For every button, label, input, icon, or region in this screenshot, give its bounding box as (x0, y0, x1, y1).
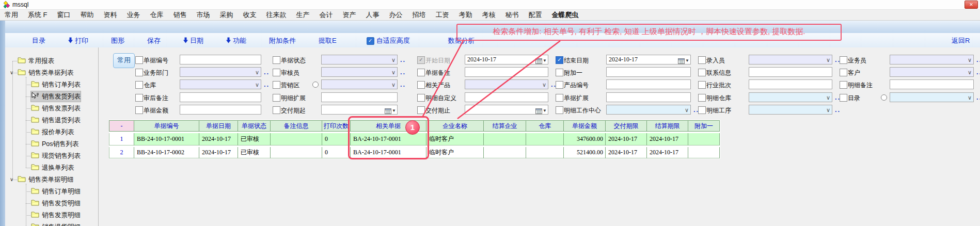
autofit-toggle[interactable]: ✓自适应高度 (367, 36, 410, 45)
lookup-dots-明细工序[interactable]: .. (835, 106, 841, 114)
table-cell[interactable]: 2024-10-17 (199, 133, 238, 146)
sidebar-item-报价单列表[interactable]: 报价单列表 (31, 127, 74, 137)
table-header-rownum[interactable]: - (109, 120, 134, 132)
sidebar-item-退换单列表[interactable]: 退换单列表 (31, 163, 74, 173)
menu-item-10[interactable]: 采购 (220, 10, 233, 20)
filter-checkbox-单据编号[interactable] (135, 56, 143, 64)
table-header-结算企业[interactable]: 结算企业 (484, 120, 526, 132)
filter-field-录入员[interactable]: ∨ (749, 55, 832, 64)
table-header-单据金额[interactable]: 单据金额 (564, 120, 606, 132)
filter-checkbox-单据金额[interactable] (135, 106, 143, 114)
calendar-icon[interactable]: ▼ (535, 56, 547, 65)
table-cell[interactable] (271, 133, 322, 146)
dropdown-chevron-icon[interactable]: ∨ (255, 80, 259, 89)
menu-item-11[interactable]: 收支 (243, 10, 257, 20)
menu-item-20[interactable]: 考勤 (459, 10, 472, 20)
filter-checkbox-客户[interactable] (840, 69, 847, 76)
table-header-单据状态[interactable]: 单据状态 (238, 120, 271, 132)
menu-item-13[interactable]: 生产 (296, 10, 310, 20)
sidebar-item-销售退货明细[interactable]: 销售退货明细 (31, 222, 81, 226)
table-cell[interactable]: BB-24-10-17-0002 (134, 147, 199, 158)
menu-item-17[interactable]: 办公 (389, 10, 403, 20)
dropdown-chevron-icon[interactable]: ∨ (826, 106, 830, 115)
sidebar-item-销售发货列表[interactable]: 销售发货列表 (31, 91, 81, 102)
sidebar-item-现货销售列表[interactable]: 现货销售列表 (31, 151, 81, 161)
calendar-icon[interactable]: ▼ (535, 106, 547, 115)
toolbar-item-1[interactable]: 目录 (32, 36, 45, 45)
dropdown-chevron-icon[interactable]: ∨ (968, 93, 972, 102)
filter-checkbox-仓库[interactable] (135, 81, 143, 89)
table-header-结算期限[interactable]: 结算期限 (647, 120, 688, 132)
filter-checkbox-明细仓库[interactable] (698, 94, 706, 102)
table-header-仓库[interactable]: 仓库 (526, 120, 564, 132)
filter-field-单据扩展[interactable] (606, 92, 691, 102)
table-header-附加一[interactable]: 附加一 (688, 120, 720, 132)
lookup-dots-客户[interactable]: .. (976, 68, 980, 76)
filter-checkbox-明细自定义[interactable] (417, 94, 425, 102)
filter-checkbox-交付期起[interactable] (273, 106, 280, 114)
menu-item-24[interactable]: 金蝶爬虫 (552, 10, 579, 20)
filter-radio-营销区[interactable] (312, 82, 319, 88)
table-cell[interactable]: 已审核 (238, 147, 271, 158)
filter-field-交付期起[interactable]: ▼ (321, 105, 398, 115)
toolbar-item-4[interactable]: 保存 (147, 36, 161, 45)
table-cell[interactable]: 已审核 (238, 133, 271, 146)
table-header-打印次数[interactable]: 打印次数 (322, 120, 351, 132)
filter-checkbox-联系信息[interactable] (698, 69, 706, 76)
table-cell[interactable] (526, 133, 564, 146)
filter-checkbox-相关产品[interactable] (417, 81, 425, 89)
table-cell[interactable] (688, 133, 720, 146)
menu-item-18[interactable]: 招培 (413, 10, 426, 20)
table-header-交付期限[interactable]: 交付期限 (606, 120, 647, 132)
menu-item-8[interactable]: 销售 (173, 10, 187, 20)
filter-checkbox-单据状态[interactable] (273, 56, 280, 64)
sidebar-item-销售类单据明细[interactable]: 销售类单据明细 (18, 174, 74, 185)
table-cell[interactable]: 521400.00 (564, 147, 606, 158)
filter-checkbox-行业批次[interactable] (698, 81, 706, 89)
toolbar-item-6[interactable]: 功能 (226, 36, 246, 45)
dropdown-chevron-icon[interactable]: ∨ (391, 68, 396, 77)
filter-field-审核员[interactable]: ∨ (321, 67, 398, 77)
lookup-dots-仓库[interactable]: .. (264, 80, 270, 88)
filter-checkbox-单据扩展[interactable] (556, 94, 563, 102)
lookup-dots-单据状态[interactable]: .. (400, 56, 406, 63)
menu-item-7[interactable]: 仓库 (150, 10, 164, 20)
toolbar-item-7[interactable]: 附加条件 (269, 36, 296, 45)
filter-checkbox-目录[interactable] (840, 94, 847, 102)
calendar-icon[interactable]: ▼ (385, 106, 396, 115)
toolbar-item-3[interactable]: 图形 (111, 36, 124, 45)
back-link[interactable]: 返回R (952, 36, 970, 45)
menu-item-21[interactable]: 考核 (482, 10, 496, 20)
toolbar-item-2[interactable]: 打印 (68, 36, 88, 45)
filter-checkbox-审核员[interactable] (273, 69, 280, 76)
table-cell[interactable] (688, 147, 720, 158)
filter-field-明细自定义[interactable] (465, 92, 548, 102)
toolbar-item-8[interactable]: 提取E (319, 36, 337, 45)
filter-field-交付期止[interactable]: ▼ (465, 105, 548, 115)
sidebar-item-销售发货明细[interactable]: 销售发货明细 (31, 198, 81, 208)
dropdown-chevron-icon[interactable]: ∨ (685, 106, 689, 115)
dropdown-chevron-icon[interactable]: ∨ (826, 56, 830, 64)
lookup-dots-目录[interactable]: .. (976, 93, 980, 101)
dropdown-chevron-icon[interactable]: ∨ (542, 80, 546, 89)
date-dropdown-caret[interactable]: ▼ (543, 106, 547, 115)
menu-item-14[interactable]: 会计 (320, 10, 333, 20)
filter-checkbox-审后备注[interactable] (135, 94, 143, 102)
filter-checkbox-单据备注[interactable] (417, 69, 425, 76)
sidebar-item-销售发票明细[interactable]: 销售发票明细 (31, 210, 81, 220)
filter-field-仓库[interactable]: ∨ (180, 79, 261, 89)
toolbar-item-5[interactable]: 日期 (183, 36, 203, 45)
filter-field-业务员[interactable]: ∨ (890, 55, 974, 64)
filter-field-附加一[interactable] (606, 67, 691, 77)
table-cell[interactable]: 1 (109, 133, 134, 146)
menu-item-22[interactable]: 秘书 (505, 10, 519, 20)
table-cell[interactable] (484, 133, 526, 146)
table-header-单据编号[interactable]: 单据编号 (134, 120, 199, 132)
table-cell[interactable]: 2024-10-17 (606, 133, 647, 146)
table-cell[interactable] (484, 147, 526, 158)
filter-field-业务部门[interactable]: ∨ (180, 67, 261, 77)
filter-checkbox-明细工序[interactable] (698, 106, 706, 114)
table-cell[interactable]: 2024-10-17 (647, 147, 688, 158)
calendar-icon[interactable]: ▼ (678, 56, 689, 65)
lookup-dots-审核员[interactable]: .. (400, 68, 406, 76)
